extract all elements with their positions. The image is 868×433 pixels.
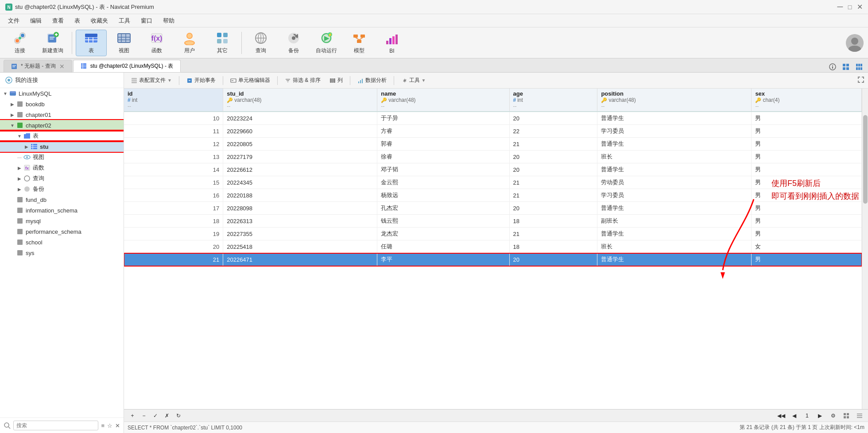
sidebar-item-performance-schema[interactable]: ▶ performance_schema	[0, 226, 124, 237]
table-row[interactable]: 1720228098孔杰宏20普通学生男	[124, 202, 862, 215]
grid3-btn[interactable]	[854, 62, 864, 72]
menu-view[interactable]: 查看	[48, 15, 68, 27]
menu-favorites[interactable]: 收藏夹	[86, 15, 112, 27]
sidebar-item-chapter01[interactable]: ▶ chapter01	[0, 109, 124, 120]
sidebar-star-icon[interactable]: ☆	[107, 422, 112, 429]
table-container[interactable]: id # int -- stu_id 🔑 varchar(48) --	[124, 89, 862, 409]
toolbar-backup[interactable]: 备份	[278, 30, 309, 56]
table-row[interactable]: 1620220188杨致远21学习委员男	[124, 189, 862, 202]
nav-prev-btn[interactable]: ◀	[790, 411, 799, 421]
sidebar-item-queries[interactable]: ▶ 查询	[0, 173, 124, 184]
toolbar-btn-analysis[interactable]: 数据分析	[354, 75, 390, 86]
col-header-name[interactable]: name 🔑 varchar(48) --	[377, 89, 509, 112]
view-grid-btn[interactable]	[841, 411, 851, 421]
cancel-edit-btn[interactable]: ✗	[162, 411, 172, 421]
view-icon	[117, 31, 131, 45]
table-cell: 学习委员	[597, 125, 752, 138]
sidebar-item-stu[interactable]: ▶ stu	[0, 141, 124, 152]
table-cell: 13	[124, 151, 223, 163]
nav-next-btn[interactable]: ▶	[815, 411, 825, 421]
nav-settings-btn[interactable]: ⚙	[828, 411, 838, 421]
svg-point-42	[292, 36, 295, 40]
toolbar-user[interactable]: 用户	[174, 30, 205, 56]
menu-edit[interactable]: 编辑	[26, 15, 46, 27]
table-row[interactable]: 1820226313钱云熙18副班长男	[124, 215, 862, 228]
toolbar-btn-columns[interactable]: 列	[326, 75, 346, 86]
arrow-perf-schema: ▶	[9, 229, 16, 234]
table-cell: 男	[752, 151, 862, 163]
sidebar-item-functions[interactable]: ▶ fx 函数	[0, 162, 124, 173]
sidebar-item-views[interactable]: — 视图	[0, 152, 124, 162]
sidebar-close-icon[interactable]: ✕	[115, 422, 120, 429]
menu-window[interactable]: 窗口	[136, 15, 157, 27]
toolbar-query[interactable]: 查询	[245, 30, 276, 56]
sidebar-item-sys[interactable]: ▶ sys	[0, 247, 124, 258]
toolbar-bi[interactable]: BI	[376, 30, 407, 56]
sidebar-item-fund-db[interactable]: ▶ fund_db	[0, 194, 124, 205]
toolbar-auto[interactable]: ▶ ⚡ 自动运行	[311, 30, 342, 56]
toolbar-btn-filter[interactable]: 筛选 & 排序	[281, 75, 324, 86]
nav-first-btn[interactable]: ◀◀	[776, 411, 786, 421]
user-avatar[interactable]	[846, 34, 864, 52]
toolbar-btn-transaction[interactable]: 开始事务	[183, 75, 219, 86]
content-area: 表配置文件 ▼ 开始事务 单元格编辑器	[124, 73, 868, 433]
col-header-stu-id[interactable]: stu_id 🔑 varchar(48) --	[223, 89, 377, 112]
toolbar-model[interactable]: 模型	[344, 30, 375, 56]
toolbar-btn-cell-editor[interactable]: 单元格编辑器	[227, 75, 274, 86]
menu-tools[interactable]: 工具	[114, 15, 135, 27]
sidebar-item-chapter02[interactable]: ▼ chapter02	[0, 120, 124, 131]
view-list-btn[interactable]	[855, 411, 864, 421]
menu-help[interactable]: 帮助	[159, 15, 179, 27]
table-row[interactable]: 1020223224于子异20普通学生男	[124, 112, 862, 125]
delete-record-btn[interactable]: −	[139, 411, 149, 421]
maximize-button[interactable]: □	[847, 4, 853, 10]
grid2-btn[interactable]	[841, 62, 851, 72]
menu-table[interactable]: 表	[70, 15, 85, 27]
tab-untitled-query[interactable]: * 无标题 - 查询 ✕	[4, 60, 72, 72]
table-row[interactable]: 2020225418任璐18班长女	[124, 240, 862, 253]
col-header-age[interactable]: age # int --	[509, 89, 597, 112]
sidebar-item-bookdb[interactable]: ▶ bookdb	[0, 99, 124, 109]
menu-file[interactable]: 文件	[4, 15, 24, 27]
table-cell: 21	[509, 138, 597, 151]
sidebar-item-mysql[interactable]: ▶ mysql	[0, 216, 124, 226]
refresh-btn[interactable]: ↻	[174, 411, 183, 421]
tab-close-query[interactable]: ✕	[59, 63, 65, 70]
svg-point-95	[24, 176, 30, 181]
sidebar-item-linuxmysql[interactable]: ▼ LinuxMySQL	[0, 88, 124, 99]
sidebar-item-school[interactable]: ▶ school	[0, 237, 124, 247]
toolbar-view[interactable]: 视图	[108, 30, 140, 56]
confirm-btn[interactable]: ✓	[151, 411, 160, 421]
table-row[interactable]: 1420226612邓子韬20普通学生男	[124, 163, 862, 176]
table-row[interactable]: 1320227179徐睿20班长男	[124, 151, 862, 163]
sidebar-item-tables-folder[interactable]: ▼ 表	[0, 131, 124, 141]
toolbar-connect[interactable]: 连接	[4, 30, 35, 56]
table-row[interactable]: 1220220805郭睿21普通学生男	[124, 138, 862, 151]
tab-stu-table[interactable]: stu @chapter02 (LinuxMySQL) - 表	[73, 60, 181, 72]
table-row[interactable]: 1920227355龙杰宏21普通学生男	[124, 228, 862, 240]
toolbar-function[interactable]: f(x) 函数	[141, 30, 172, 56]
table-row[interactable]: 1520224345金云熙21劳动委员男	[124, 176, 862, 189]
table-cell: 劳动委员	[597, 176, 752, 189]
table-row[interactable]: 1120229660方睿22学习委员男	[124, 125, 862, 138]
svg-rect-118	[358, 81, 359, 83]
sidebar-search-input[interactable]	[13, 421, 98, 430]
toolbar-btn-config[interactable]: 表配置文件 ▼	[128, 75, 175, 86]
toolbar-other[interactable]: 其它	[207, 30, 238, 56]
toolbar-btn-tools[interactable]: 工具 ▼	[398, 75, 430, 86]
sidebar-item-information-schema[interactable]: ▶ information_schema	[0, 205, 124, 216]
add-record-btn[interactable]: +	[128, 411, 137, 421]
minimize-button[interactable]: ─	[837, 4, 843, 10]
sidebar-item-backups[interactable]: ▶ 备份	[0, 184, 124, 194]
toolbar-new-query[interactable]: 新建查询	[37, 30, 68, 56]
info-btn[interactable]	[827, 62, 838, 72]
close-button[interactable]: ✕	[856, 4, 863, 10]
sidebar-filter-icon[interactable]: ≡	[101, 422, 105, 429]
col-header-position[interactable]: position 🔑 varchar(48) --	[597, 89, 752, 112]
table-row[interactable]: 2120226471李平20普通学生男	[124, 253, 862, 266]
col-header-id[interactable]: id # int --	[124, 89, 223, 112]
vertical-scrollbar[interactable]	[862, 89, 868, 409]
expand-btn[interactable]	[857, 76, 864, 85]
col-header-sex[interactable]: sex 🔑 char(4) --	[752, 89, 862, 112]
toolbar-table[interactable]: 表	[76, 30, 107, 56]
